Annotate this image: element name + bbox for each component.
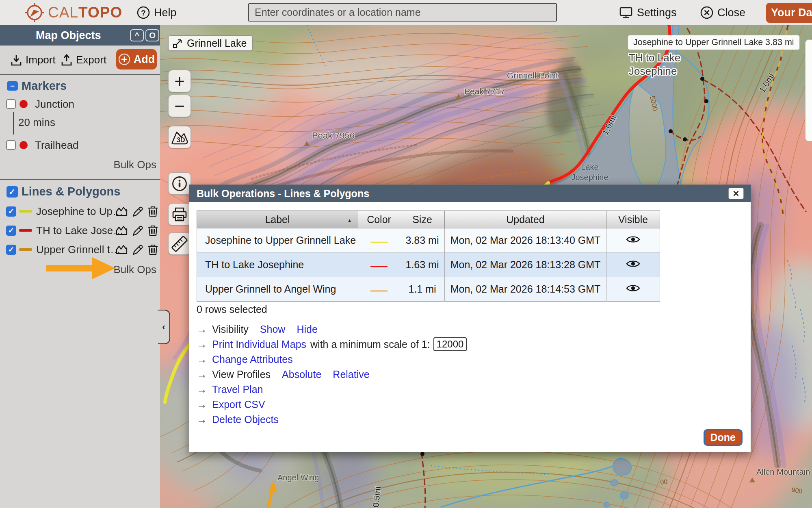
row-2-visible[interactable] xyxy=(606,277,660,302)
map-objects-sidebar: Map Objects ^ O Import Export Add xyxy=(0,25,160,508)
export-button[interactable]: Export xyxy=(61,54,106,66)
line-0-checkbox[interactable]: ✓ xyxy=(6,206,16,217)
measure-button[interactable] xyxy=(168,232,191,255)
junction-label[interactable]: Junction xyxy=(35,98,74,111)
right-panel-tab[interactable] xyxy=(805,39,812,141)
markers-collapse-toggle[interactable]: − xyxy=(7,81,18,91)
row-0-size: 3.83 mi xyxy=(400,228,445,253)
dialog-close-button[interactable] xyxy=(728,188,744,199)
line-0-label[interactable]: Josephine to Up… xyxy=(36,205,123,218)
column-header-color[interactable]: Color xyxy=(358,211,400,228)
column-header-visible[interactable]: Visible xyxy=(606,211,660,228)
markers-section-heading: − Markers xyxy=(7,79,67,93)
sidebar-title: Map Objects xyxy=(36,29,101,42)
line-2-delete-button[interactable] xyxy=(148,244,158,255)
line-0-profile-button[interactable] xyxy=(116,206,128,217)
travel-plan-link[interactable]: Travel Plan xyxy=(212,384,263,395)
show-link[interactable]: Show xyxy=(260,323,286,335)
selection-status: 0 rows selected xyxy=(197,304,267,315)
sidebar-objects-button[interactable]: O xyxy=(145,29,159,41)
row-1-updated: Mon, 02 Mar 2026 18:13:28 GMT xyxy=(445,253,606,277)
delete-objects-link[interactable]: Delete Objects xyxy=(212,414,279,426)
column-header-label[interactable]: Label▲ xyxy=(197,211,358,228)
line-1-edit-button[interactable] xyxy=(132,225,143,236)
three-d-button[interactable]: 3D xyxy=(168,126,191,148)
row-1-size: 1.63 mi xyxy=(400,253,445,277)
dialog-titlebar: Bulk Operations - Lines & Polygons xyxy=(189,185,751,202)
pencil-icon xyxy=(132,225,143,236)
your-data-button[interactable]: Your Data xyxy=(766,3,812,23)
print-button[interactable] xyxy=(168,203,191,226)
profile-chart-icon xyxy=(116,244,128,255)
add-object-button[interactable]: Add xyxy=(116,49,157,69)
junction-checkbox[interactable] xyxy=(6,99,16,109)
line-2-checkbox[interactable]: ✓ xyxy=(6,245,16,255)
row-1-color xyxy=(358,253,400,277)
lines-bulk-ops-link[interactable]: Bulk Ops xyxy=(114,263,157,276)
trailhead-checkbox[interactable] xyxy=(6,140,16,150)
map-info-button[interactable] xyxy=(168,172,191,195)
line-1-checkbox[interactable]: ✓ xyxy=(6,226,16,236)
action-arrow-icon: → xyxy=(197,353,212,366)
row-0-visible[interactable] xyxy=(606,228,660,253)
column-header-size[interactable]: Size xyxy=(400,211,445,228)
caltopo-logo[interactable]: CALTOPO xyxy=(24,3,122,22)
line-1-label[interactable]: TH to Lake Jose… xyxy=(36,224,123,237)
row-1-visible[interactable] xyxy=(606,253,660,277)
column-header-updated[interactable]: Updated xyxy=(445,211,606,228)
action-arrow-icon: → xyxy=(197,398,212,411)
line-2-color-swatch xyxy=(19,248,32,251)
table-row[interactable]: Josephine to Upper Grinnell Lake 3.83 mi… xyxy=(197,228,660,253)
print-scale-suffix: with a minimum scale of 1: xyxy=(310,339,430,350)
import-button[interactable]: Import xyxy=(11,54,56,66)
line-2-profile-button[interactable] xyxy=(116,244,128,255)
table-header-row: Label▲ Color Size Updated Visible xyxy=(197,211,660,228)
row-1-label: TH to Lake Josephine xyxy=(197,253,358,277)
brand-topo: TOPO xyxy=(78,4,122,21)
sidebar-header: Map Objects ^ O xyxy=(0,25,160,46)
action-visibility: → Visibility Show Hide xyxy=(197,322,329,336)
line-1-delete-button[interactable] xyxy=(148,225,158,236)
table-row[interactable]: TH to Lake Josephine 1.63 mi Mon, 02 Mar… xyxy=(197,253,660,277)
hide-link[interactable]: Hide xyxy=(297,323,317,335)
zoom-out-button[interactable]: − xyxy=(168,95,191,117)
table-row[interactable]: Upper Grinnell to Angel Wing 1.1 mi Mon,… xyxy=(197,277,660,302)
back-to-map-button[interactable]: Grinnell Lake xyxy=(168,35,253,51)
help-label: Help xyxy=(154,7,177,19)
label-grinnell-point: Grinnell Point xyxy=(507,71,558,80)
export-icon xyxy=(61,54,72,66)
line-2-edit-button[interactable] xyxy=(132,244,143,255)
export-csv-link[interactable]: Export CSV xyxy=(212,399,265,410)
markers-bulk-ops-link[interactable]: Bulk Ops xyxy=(114,158,157,171)
trailhead-label[interactable]: Trailhead xyxy=(35,139,78,152)
line-item-upper-grinnell: ✓ Upper Grinnell t… xyxy=(0,244,160,255)
lines-section-checkbox[interactable]: ✓ xyxy=(6,186,18,198)
line-1-profile-button[interactable] xyxy=(116,225,128,236)
min-scale-input[interactable] xyxy=(433,337,467,351)
sidebar-collapse-tab[interactable]: ‹ xyxy=(158,310,170,344)
pencil-icon xyxy=(132,244,143,255)
line-0-delete-button[interactable] xyxy=(148,206,158,217)
row-2-color-line xyxy=(370,289,388,293)
change-attributes-link[interactable]: Change Attributes xyxy=(212,354,293,365)
label-contour-00: 00 xyxy=(660,478,668,485)
relative-link[interactable]: Relative xyxy=(333,369,369,380)
settings-button[interactable]: Settings xyxy=(619,0,677,25)
print-individual-maps-link[interactable]: Print Individual Maps xyxy=(212,339,306,350)
search-input[interactable] xyxy=(248,3,557,22)
profile-chart-icon xyxy=(116,206,128,217)
close-map-button[interactable]: Close xyxy=(700,0,745,25)
line-0-edit-button[interactable] xyxy=(132,206,143,217)
printer-icon xyxy=(171,207,188,222)
sidebar-collapse-button[interactable]: ^ xyxy=(130,29,144,41)
zoom-in-button[interactable]: + xyxy=(168,70,191,92)
action-view-profiles: → View Profiles Absolute Relative xyxy=(197,367,381,381)
done-button[interactable]: Done xyxy=(704,429,743,446)
line-2-label[interactable]: Upper Grinnell t… xyxy=(36,243,121,256)
visibility-eye-icon xyxy=(626,234,641,244)
row-2-label: Upper Grinnell to Angel Wing xyxy=(197,277,358,302)
row-0-label: Josephine to Upper Grinnell Lake xyxy=(197,228,358,253)
help-button[interactable]: ? Help xyxy=(137,0,177,25)
import-icon xyxy=(11,54,22,66)
absolute-link[interactable]: Absolute xyxy=(282,369,321,380)
